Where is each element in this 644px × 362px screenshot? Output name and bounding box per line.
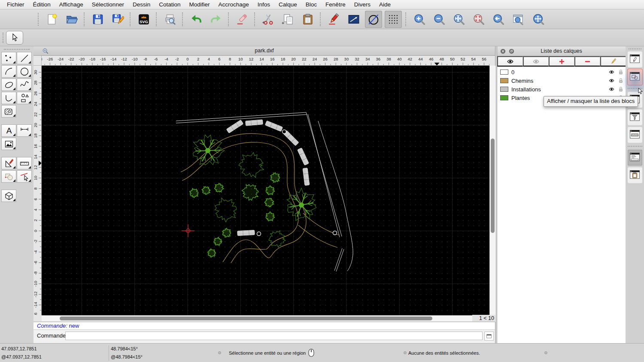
layer-eye-button[interactable] [497,56,523,66]
menu-infos[interactable]: Infos [253,0,274,9]
shapes-icon [19,93,30,103]
command-options-button[interactable] [484,332,494,341]
zoom-in-button[interactable] [411,11,428,28]
draw-pencil-button[interactable] [325,11,343,28]
redo-button[interactable] [207,11,225,28]
svg-text:-4: -4 [33,250,38,253]
layer-lock-icon[interactable] [617,69,624,75]
tool-spline-button[interactable] [17,78,32,91]
tool-points-button[interactable] [1,52,16,64]
menu-accrochage[interactable]: Accrochage [214,0,253,9]
tool-hatch-button[interactable] [1,105,16,118]
menu-dessin[interactable]: Dessin [128,0,155,9]
panel-filter-icon [629,112,641,123]
undo-button[interactable] [188,11,205,28]
save-as-icon [111,13,124,26]
layer-plus-red-button[interactable] [549,56,574,66]
panel-layers-toggle-button[interactable] [628,51,642,67]
zoom-prev-icon [492,13,505,26]
grid-dots-button[interactable] [385,11,402,28]
layer-visibility-eye-icon[interactable] [608,86,615,93]
print-preview-button[interactable] [161,11,179,28]
vertical-scrollbar-thumb[interactable] [491,139,495,233]
menu-affichage[interactable]: Affichage [55,0,88,9]
menu-fichier[interactable]: Fichier [3,0,29,9]
menu-bloc[interactable]: Bloc [301,0,321,9]
save-as-button[interactable] [109,11,126,28]
tool-ellipse-button[interactable] [1,78,16,91]
layer-eye-gray-button[interactable] [523,56,549,66]
menu-fenetre[interactable]: Fenêtre [321,0,350,9]
menu-modifier[interactable]: Modifier [185,0,214,9]
drawing-canvas[interactable] [42,66,489,315]
layer-minus-red-button[interactable] [574,56,600,66]
zoom-select-button[interactable] [470,11,487,28]
select-arrow-icon [9,33,20,43]
zoom-pan-button[interactable] [529,11,547,28]
menu-aide[interactable]: Aide [375,0,395,9]
tool-arc-button[interactable] [1,65,16,78]
svg-text:22: 22 [302,57,307,61]
eraser-button[interactable] [234,11,251,28]
zoom-window-button[interactable] [510,11,527,28]
menu-calque[interactable]: Calque [274,0,301,9]
panel-blocks-toggle-button[interactable] [628,69,642,85]
svg-text:34: 34 [365,57,370,61]
horizontal-scrollbar-thumb[interactable] [60,317,432,320]
tool-image-button[interactable] [1,138,16,150]
svg-text:-18: -18 [89,57,95,61]
menu-divers[interactable]: Divers [350,0,375,9]
zoom-auto-button[interactable] [450,11,468,28]
tool-misc-draw-button[interactable] [1,157,16,169]
panel-command-toggle-button[interactable] [628,150,642,166]
menu-edition[interactable]: Édition [29,0,55,9]
draw-line-button[interactable] [345,11,362,28]
menu-cotation[interactable]: Cotation [155,0,185,9]
select-tool-button[interactable] [6,31,23,45]
zoom-out-button[interactable] [431,11,448,28]
tool-shapes-button[interactable] [17,92,32,104]
layer-row-installations[interactable]: Installations [497,85,626,94]
tool-solid-3d-button[interactable] [1,190,16,202]
toolbar-handle [3,33,3,43]
svg-text:30: 30 [33,70,38,75]
layer-pencil-gold-button[interactable] [600,56,626,66]
command-input[interactable] [65,332,483,340]
save-button[interactable] [89,11,106,28]
layer-visibility-eye-icon[interactable] [608,77,615,84]
copy-button[interactable] [279,11,297,28]
open-folder-button[interactable] [63,11,80,28]
panel-filter-toggle-button[interactable] [628,109,642,125]
layer-lock-icon[interactable] [617,77,624,84]
palette-empty [16,105,32,118]
tool-polyline-button[interactable] [1,92,16,104]
svg-export-button[interactable]: SVG [135,11,152,28]
svg-text:10: 10 [33,176,38,181]
new-file-button[interactable] [43,11,61,28]
vertical-scrollbar[interactable] [489,66,495,315]
svg-text:-14: -14 [111,57,117,61]
cut-button[interactable] [260,11,277,28]
layer-visibility-eye-icon[interactable] [608,69,615,75]
svg-text:14: 14 [259,57,264,61]
status-bar: 47.0937,12.7851 @47.0937,12.7851 48.7984… [0,343,644,362]
tool-circle-button[interactable] [17,65,32,78]
paste-button[interactable] [299,11,316,28]
tool-modify-attr-button[interactable] [17,170,32,183]
menu-selectionner[interactable]: Sélectionner [88,0,128,9]
panel-clipboard-toggle-button[interactable] [628,167,642,183]
tool-modify-button[interactable] [1,170,16,183]
tool-measure-button[interactable] [17,157,32,169]
layer-row-0[interactable]: 0 [497,68,626,76]
document-title-bar[interactable]: park.dxf [33,46,495,56]
panel-measure-toggle-button[interactable] [628,127,642,143]
draw-circle-button[interactable] [365,11,382,28]
status-dot [404,351,407,354]
layer-lock-icon[interactable] [617,86,624,93]
tool-line-button[interactable] [17,52,32,64]
tool-dimension-button[interactable] [17,124,32,137]
horizontal-scrollbar[interactable] [42,315,472,321]
tool-text-button[interactable]: A [1,124,16,137]
zoom-prev-button[interactable] [490,11,507,28]
layer-row-chemins[interactable]: Chemins [497,76,626,85]
